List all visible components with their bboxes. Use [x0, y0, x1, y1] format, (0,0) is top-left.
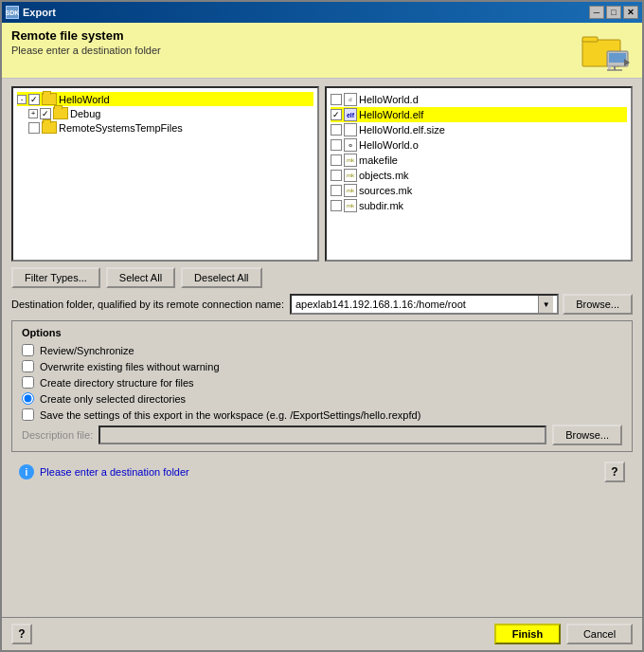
right-item-helloworld-d[interactable]: d HelloWorld.d — [331, 92, 627, 107]
options-title: Options — [22, 327, 622, 338]
title-bar-left: SDK Export — [6, 6, 56, 19]
label-objects-mk: objects.mk — [359, 170, 409, 181]
destination-browse-button[interactable]: Browse... — [563, 294, 633, 315]
header-subtitle: Please enter a destination folder — [11, 45, 161, 56]
minimize-button[interactable]: ─ — [589, 6, 604, 19]
folder-icon-remotesystems — [42, 121, 57, 134]
label-helloworld-elf-size: HelloWorld.elf.size — [359, 124, 445, 136]
label-helloworld: HelloWorld — [59, 94, 110, 105]
expander-debug[interactable]: + — [28, 109, 38, 118]
checkbox-overwrite[interactable] — [22, 360, 34, 372]
label-helloworld-o: HelloWorld.o — [359, 139, 419, 151]
destination-label: Destination folder, qualified by its rem… — [11, 299, 284, 310]
label-makefile: makefile — [359, 154, 398, 166]
checkbox-subdir-mk[interactable] — [331, 200, 342, 211]
svg-rect-1 — [582, 37, 598, 42]
file-icon-helloworld-elf-size — [344, 123, 357, 136]
header-top: Remote file system Please enter a destin… — [11, 28, 633, 72]
file-icon-helloworld-d: d — [344, 93, 357, 106]
bottom-right: Finish Cancel — [494, 624, 633, 644]
maximize-button[interactable]: □ — [606, 6, 621, 19]
checkbox-helloworld-elf-size[interactable] — [331, 124, 342, 136]
svg-rect-3 — [609, 53, 626, 63]
checkbox-create-dir[interactable] — [22, 376, 34, 389]
checkbox-helloworld-d[interactable] — [331, 94, 342, 105]
sdk-label: SDK — [6, 9, 20, 16]
tree-panels: - HelloWorld + Debug RemoteSystemsTempFi — [11, 86, 633, 262]
right-item-helloworld-o[interactable]: o HelloWorld.o — [331, 137, 627, 153]
checkbox-review-sync[interactable] — [22, 344, 34, 356]
remote-folder-icon — [581, 30, 633, 72]
filter-types-button[interactable]: Filter Types... — [11, 267, 100, 288]
header-text: Remote file system Please enter a destin… — [11, 28, 161, 56]
tree-item-debug[interactable]: + Debug — [28, 106, 313, 120]
window-title: Export — [23, 7, 56, 18]
content-area: - HelloWorld + Debug RemoteSystemsTempFi — [2, 79, 642, 617]
right-item-objects-mk[interactable]: mk objects.mk — [331, 168, 627, 183]
checkbox-helloworld-o[interactable] — [331, 139, 342, 151]
close-button[interactable]: ✕ — [623, 6, 638, 19]
tree-item-remotesystemstempfiles[interactable]: RemoteSystemsTempFiles — [28, 120, 313, 135]
bottom-bar: ? Finish Cancel — [2, 617, 642, 650]
combo-arrow-icon[interactable]: ▼ — [538, 296, 553, 313]
label-subdir-mk: subdir.mk — [359, 200, 403, 211]
status-bar: i Please enter a destination folder ? — [11, 458, 633, 486]
checkbox-helloworld-elf[interactable] — [331, 109, 342, 120]
expander-helloworld[interactable]: - — [17, 95, 27, 104]
checkbox-objects-mk[interactable] — [331, 170, 342, 181]
label-helloworld-elf: HelloWorld.elf — [359, 109, 423, 120]
description-label: Description file: — [22, 429, 93, 441]
checkbox-makefile[interactable] — [331, 154, 342, 166]
action-buttons: Filter Types... Select All Deselect All — [11, 267, 633, 288]
file-icon-subdir-mk: mk — [344, 199, 357, 212]
right-item-helloworld-elf-size[interactable]: HelloWorld.elf.size — [331, 122, 627, 137]
destination-value: apexlab141.192.168.1.16:/home/root — [295, 299, 466, 310]
bottom-help-button[interactable]: ? — [11, 624, 32, 644]
option-review-sync: Review/Synchronize — [22, 344, 622, 356]
checkbox-sources-mk[interactable] — [331, 185, 342, 196]
right-item-makefile[interactable]: mk makefile — [331, 153, 627, 168]
folder-icon-helloworld — [42, 93, 57, 105]
destination-combo[interactable]: apexlab141.192.168.1.16:/home/root ▼ — [290, 294, 559, 315]
file-icon-makefile: mk — [344, 154, 357, 167]
right-tree-panel[interactable]: d HelloWorld.d elf HelloWorld.elf HelloW… — [325, 86, 633, 262]
select-all-button[interactable]: Select All — [106, 267, 175, 288]
title-bar-buttons: ─ □ ✕ — [589, 6, 638, 19]
description-row: Description file: Browse... — [22, 425, 622, 445]
folder-icon-debug — [53, 107, 68, 119]
header-section: Remote file system Please enter a destin… — [2, 23, 642, 79]
deselect-all-button[interactable]: Deselect All — [181, 267, 261, 288]
description-browse-button[interactable]: Browse... — [552, 425, 622, 445]
label-review-sync: Review/Synchronize — [40, 345, 134, 356]
file-icon-helloworld-o: o — [344, 138, 357, 152]
destination-input-wrap: apexlab141.192.168.1.16:/home/root ▼ Bro… — [290, 294, 633, 315]
header-title: Remote file system — [11, 28, 161, 43]
option-create-selected: Create only selected directories — [22, 392, 622, 405]
checkbox-remotesystems[interactable] — [28, 122, 40, 134]
checkbox-save-settings[interactable] — [22, 408, 34, 421]
title-bar: SDK Export ─ □ ✕ — [2, 2, 642, 23]
cancel-button[interactable]: Cancel — [566, 624, 633, 644]
bottom-left: ? — [11, 624, 32, 644]
left-tree-panel[interactable]: - HelloWorld + Debug RemoteSystemsTempFi — [11, 86, 319, 262]
export-dialog: SDK Export ─ □ ✕ Remote file system Plea… — [0, 0, 644, 652]
app-icon: SDK — [6, 6, 19, 19]
options-group: Options Review/Synchronize Overwrite exi… — [11, 320, 633, 452]
right-item-helloworld-elf[interactable]: elf HelloWorld.elf — [331, 107, 627, 122]
label-sources-mk: sources.mk — [359, 185, 412, 196]
description-input[interactable] — [98, 426, 546, 444]
right-item-sources-mk[interactable]: mk sources.mk — [331, 183, 627, 198]
file-icon-objects-mk: mk — [344, 169, 357, 182]
right-item-subdir-mk[interactable]: mk subdir.mk — [331, 198, 627, 213]
info-icon: i — [19, 464, 34, 480]
label-helloworld-d: HelloWorld.d — [359, 94, 419, 105]
file-icon-sources-mk: mk — [344, 184, 357, 197]
status-help-icon[interactable]: ? — [604, 462, 625, 482]
checkbox-helloworld[interactable] — [28, 94, 40, 105]
option-create-dir: Create directory structure for files — [22, 376, 622, 389]
finish-button[interactable]: Finish — [494, 624, 561, 644]
label-create-selected: Create only selected directories — [40, 393, 186, 405]
checkbox-debug[interactable] — [40, 108, 51, 119]
tree-item-helloworld[interactable]: - HelloWorld — [17, 92, 313, 106]
radio-create-selected[interactable] — [22, 392, 34, 405]
